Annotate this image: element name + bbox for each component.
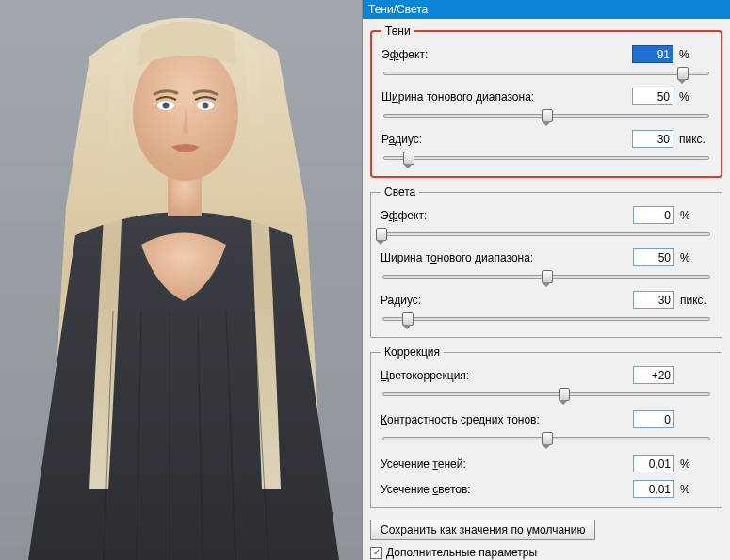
shadows-legend: Тени bbox=[381, 24, 414, 38]
clip-highlights-label: Усечение светов: bbox=[381, 483, 627, 496]
highlights-amount-unit: % bbox=[680, 209, 712, 222]
save-defaults-button[interactable]: Сохранить как значения по умолчанию bbox=[370, 520, 595, 540]
shadows-tonal-slider[interactable] bbox=[381, 107, 711, 124]
clip-shadows-label: Усечение теней: bbox=[381, 457, 627, 471]
canvas-preview bbox=[0, 0, 362, 560]
midtone-contrast-slider[interactable] bbox=[381, 430, 712, 447]
shadows-group: Тени Эффект: % Ширина тонового диапазона… bbox=[370, 24, 722, 178]
correction-legend: Коррекция bbox=[381, 345, 444, 359]
highlights-tonal-label: Ширина тонового диапазона: bbox=[381, 251, 627, 264]
clip-shadows-input[interactable] bbox=[633, 455, 674, 472]
highlights-amount-label: Эффект: bbox=[381, 209, 627, 222]
highlights-radius-input[interactable] bbox=[633, 291, 674, 309]
shadows-radius-unit: пикс. bbox=[679, 133, 711, 146]
shadows-tonal-input[interactable] bbox=[632, 88, 673, 105]
highlights-amount-slider[interactable] bbox=[381, 226, 712, 243]
svg-point-6 bbox=[203, 103, 209, 109]
highlights-legend: Света bbox=[381, 185, 419, 199]
shadows-tonal-unit: % bbox=[679, 90, 711, 104]
shadows-amount-slider[interactable] bbox=[381, 65, 711, 82]
clip-highlights-unit: % bbox=[680, 483, 712, 496]
dialog-title-text: Тени/Света bbox=[368, 3, 428, 16]
dialog-title: Тени/Света bbox=[363, 0, 730, 19]
svg-point-5 bbox=[163, 103, 170, 109]
midtone-contrast-input[interactable] bbox=[633, 410, 674, 428]
clip-highlights-input[interactable] bbox=[633, 480, 674, 498]
more-options-checkbox[interactable]: ✓ bbox=[370, 547, 382, 559]
color-correction-slider[interactable] bbox=[381, 386, 712, 403]
highlights-radius-slider[interactable] bbox=[381, 311, 712, 328]
highlights-tonal-unit: % bbox=[680, 251, 712, 264]
shadows-radius-slider[interactable] bbox=[381, 150, 711, 167]
shadows-amount-input[interactable] bbox=[632, 45, 673, 63]
highlights-tonal-input[interactable] bbox=[633, 248, 674, 266]
shadows-amount-label: Эффект: bbox=[381, 48, 626, 61]
color-correction-input[interactable] bbox=[633, 366, 674, 384]
more-options-label[interactable]: Дополнительные параметры bbox=[386, 546, 537, 559]
highlights-radius-label: Радиус: bbox=[381, 294, 627, 307]
clip-shadows-unit: % bbox=[680, 457, 712, 471]
midtone-contrast-label: Контрастность средних тонов: bbox=[381, 413, 627, 426]
shadows-radius-label: Радиус: bbox=[381, 133, 626, 146]
shadows-radius-input[interactable] bbox=[632, 130, 673, 148]
highlights-amount-input[interactable] bbox=[633, 206, 674, 224]
shadows-tonal-label: Ширина тонового диапазона: bbox=[381, 90, 626, 104]
correction-group: Коррекция Цветокоррекция: Контрастность … bbox=[370, 345, 722, 508]
color-correction-label: Цветокоррекция: bbox=[381, 369, 627, 382]
highlights-tonal-slider[interactable] bbox=[381, 268, 712, 285]
shadows-amount-unit: % bbox=[679, 48, 711, 61]
highlights-radius-unit: пикс. bbox=[680, 294, 712, 307]
highlights-group: Света Эффект: % Ширина тонового диапазон… bbox=[370, 185, 722, 338]
shadows-highlights-panel: Тени/Света Тени Эффект: % Ширина тоновог… bbox=[362, 0, 730, 560]
